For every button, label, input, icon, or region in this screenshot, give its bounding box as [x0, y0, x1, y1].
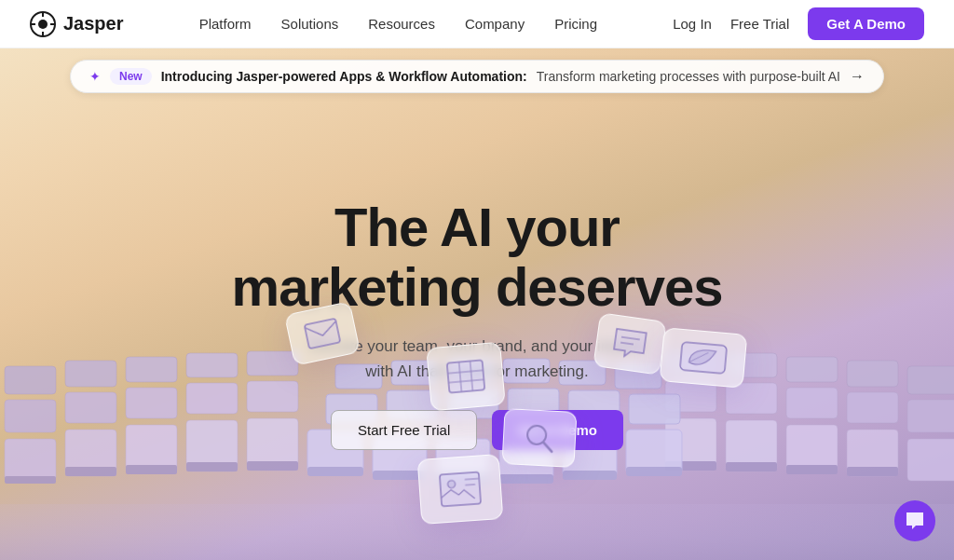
jasper-logo-icon [30, 11, 56, 37]
nav-demo-button[interactable]: Get A Demo [808, 7, 924, 40]
grid-card [426, 342, 506, 412]
svg-line-75 [543, 443, 552, 451]
envelope-card [284, 301, 361, 366]
logo-text: Jasper [63, 13, 124, 34]
search-card [501, 408, 577, 468]
floating-cards-container [0, 289, 954, 531]
nav-resources[interactable]: Resources [368, 16, 435, 32]
announcement-bar: ✦ New Introducing Jasper-powered Apps & … [59, 48, 895, 104]
svg-point-77 [447, 480, 456, 488]
svg-rect-76 [440, 472, 481, 507]
announcement-bold-text: Introducing Jasper-powered Apps & Workfl… [161, 69, 527, 84]
svg-rect-69 [447, 360, 485, 392]
leaf-card [660, 327, 748, 389]
nav-platform[interactable]: Platform [199, 16, 252, 32]
hero-headline-line1: The AI your [334, 197, 620, 257]
sparkle-icon: ✦ [89, 69, 101, 84]
nav-links: Platform Solutions Resources Company Pri… [199, 16, 597, 32]
announcement-normal-text: Transform marketing processes with purpo… [537, 69, 840, 84]
logo[interactable]: Jasper [30, 11, 124, 37]
nav-login-button[interactable]: Log In [673, 16, 712, 32]
chat-bubble-button[interactable] [894, 500, 935, 541]
nav-pricing[interactable]: Pricing [554, 16, 597, 32]
nav-solutions[interactable]: Solutions [281, 16, 339, 32]
navigation: Jasper Platform Solutions Resources Comp… [0, 0, 954, 48]
svg-point-83 [38, 20, 48, 29]
hero-section: Jasper Platform Solutions Resources Comp… [0, 0, 954, 560]
nav-company[interactable]: Company [465, 16, 525, 32]
announcement-arrow-icon: → [850, 68, 865, 85]
nav-free-trial-link[interactable]: Free Trial [730, 16, 789, 32]
image-card [417, 454, 504, 525]
chat-card [593, 312, 666, 375]
announcement-pill[interactable]: ✦ New Introducing Jasper-powered Apps & … [70, 60, 884, 93]
nav-right: Log In Free Trial Get A Demo [673, 7, 924, 40]
new-badge: New [110, 68, 152, 85]
